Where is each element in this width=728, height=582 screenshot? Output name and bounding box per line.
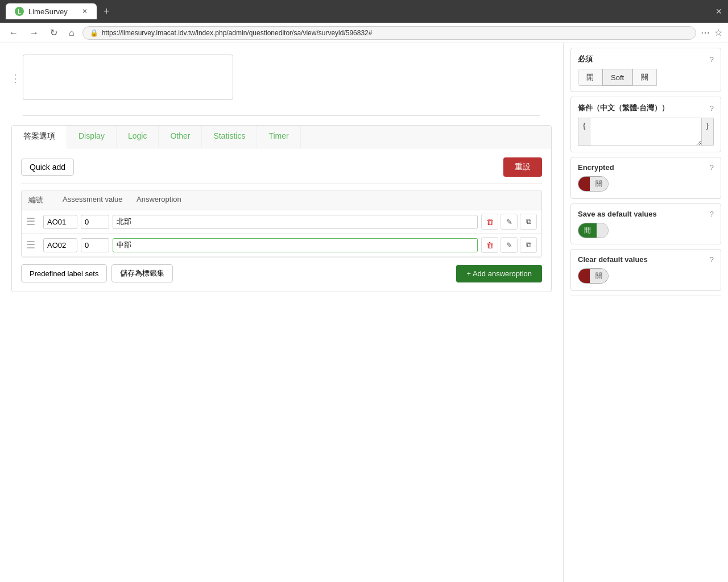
tab-display[interactable]: Display <box>67 126 117 148</box>
reset-button[interactable]: 重設 <box>503 157 542 177</box>
home-button[interactable]: ⌂ <box>65 27 78 39</box>
bottom-row: Predefined label sets 儲存為標籤集 + Add answe… <box>21 264 542 282</box>
url-text: https://limesurvey.imacat.idv.tw/index.p… <box>102 29 373 37</box>
condition-input[interactable] <box>590 118 701 146</box>
encrypted-toggle-on[interactable] <box>578 177 590 191</box>
close-browser-button[interactable]: ✕ <box>715 7 722 16</box>
table-row: ☰ 🗑 ✎ ⧉ <box>22 210 541 234</box>
action-row: Quick add 重設 <box>21 157 542 177</box>
quick-add-button[interactable]: Quick add <box>21 159 74 176</box>
drag-handle[interactable]: ⋮ <box>10 72 20 85</box>
required-toggle-on[interactable]: 開 <box>578 69 602 86</box>
add-answer-button[interactable]: + Add answeroption <box>456 265 542 282</box>
editor-section: ⋮ <box>0 43 563 113</box>
back-button[interactable]: ← <box>6 27 22 39</box>
condition-header: 條件（中文（繁體-台灣）） ? <box>578 103 714 113</box>
clear-default-toggle-off[interactable]: 關 <box>590 269 608 283</box>
required-label: 必須 <box>578 54 593 64</box>
encrypted-help-icon[interactable]: ? <box>710 163 714 172</box>
clear-default-toggle-on[interactable] <box>578 269 590 283</box>
save-default-section: Save as default values ? 開 <box>570 203 721 244</box>
required-toggle-group: 開 Soft 關 <box>578 69 714 86</box>
forward-button[interactable]: → <box>26 27 42 39</box>
answer-table: 編號 Assessment value Answeroption ☰ 🗑 ✎ <box>21 190 542 257</box>
row-drag-handle-2[interactable]: ☰ <box>26 239 40 251</box>
clear-default-toggle[interactable]: 關 <box>578 268 609 284</box>
panel-separator <box>570 296 721 296</box>
new-tab-button[interactable]: + <box>104 6 110 18</box>
encrypted-label: Encrypted <box>578 163 614 172</box>
url-bar[interactable]: 🔒 https://limesurvey.imacat.idv.tw/index… <box>82 26 696 40</box>
row-answer-input-2[interactable] <box>113 238 478 252</box>
browser-chrome: L LimeSurvey ✕ + ✕ <box>0 0 728 23</box>
save-default-label: Save as default values <box>578 210 657 218</box>
save-default-toggle[interactable]: 開 <box>578 223 609 238</box>
row-val-input-1[interactable] <box>81 215 109 229</box>
condition-suffix: } <box>702 118 714 146</box>
encrypted-section: Encrypted ? 關 <box>570 157 721 199</box>
required-toggle-off[interactable]: 關 <box>632 69 657 86</box>
required-toggle-soft[interactable]: Soft <box>602 69 632 86</box>
bookmark-icon[interactable]: ☆ <box>714 27 722 38</box>
page-content: ⋮ 答案選項 Display Logic Other Statistics <box>0 43 728 582</box>
encrypted-toggle[interactable]: 關 <box>578 176 609 192</box>
browser-actions: ⋯ ☆ <box>701 27 722 38</box>
required-help-icon[interactable]: ? <box>710 55 714 64</box>
clear-default-header: Clear default values ? <box>578 255 714 264</box>
tab-content: Quick add 重設 編號 Assessment value Answero… <box>12 148 551 292</box>
row-actions-2: 🗑 ✎ ⧉ <box>481 237 537 253</box>
tab-logic[interactable]: Logic <box>117 126 159 148</box>
table-header: 編號 Assessment value Answeroption <box>22 190 541 210</box>
refresh-button[interactable]: ↻ <box>47 26 61 39</box>
condition-help-icon[interactable]: ? <box>710 104 714 113</box>
browser-tab[interactable]: L LimeSurvey ✕ <box>6 3 97 19</box>
row-id-input-2[interactable] <box>43 238 77 252</box>
required-section: 必須 ? 開 Soft 關 <box>570 48 721 92</box>
save-default-help-icon[interactable]: ? <box>710 210 714 218</box>
required-header: 必須 ? <box>578 54 714 64</box>
predefined-labels-button[interactable]: Predefined label sets <box>21 264 107 282</box>
clear-default-section: Clear default values ? 關 <box>570 249 721 291</box>
row-id-input-1[interactable] <box>43 215 77 229</box>
tab-timer[interactable]: Timer <box>257 126 300 148</box>
address-bar: ← → ↻ ⌂ 🔒 https://limesurvey.imacat.idv.… <box>0 23 728 43</box>
row-val-input-2[interactable] <box>81 238 109 252</box>
condition-prefix: { <box>578 118 590 146</box>
tab-close-button[interactable]: ✕ <box>82 7 88 15</box>
row-delete-button-2[interactable]: 🗑 <box>481 237 498 253</box>
row-edit-button-1[interactable]: ✎ <box>500 214 518 230</box>
tab-title: LimeSurvey <box>28 7 68 16</box>
text-editor[interactable] <box>23 55 233 100</box>
condition-input-row: { } <box>578 118 714 146</box>
row-answer-input-1[interactable] <box>113 215 478 229</box>
clear-default-help-icon[interactable]: ? <box>710 255 714 264</box>
main-area: ⋮ 答案選項 Display Logic Other Statistics <box>0 43 563 582</box>
tab-favicon: L <box>15 7 24 16</box>
row-delete-button-1[interactable]: 🗑 <box>481 214 498 230</box>
tabs-header: 答案選項 Display Logic Other Statistics Time… <box>12 126 551 148</box>
row-drag-handle-1[interactable]: ☰ <box>26 215 40 228</box>
tab-answer-options[interactable]: 答案選項 <box>12 126 67 148</box>
save-label-set-button[interactable]: 儲存為標籤集 <box>111 264 173 282</box>
table-row: ☰ 🗑 ✎ ⧉ <box>22 234 541 257</box>
clear-default-label: Clear default values <box>578 255 648 264</box>
save-default-toggle-off[interactable] <box>597 223 608 238</box>
save-default-toggle-on[interactable]: 開 <box>578 223 597 238</box>
tab-statistics[interactable]: Statistics <box>202 126 257 148</box>
row-copy-button-2[interactable]: ⧉ <box>520 237 537 253</box>
encrypted-toggle-off[interactable]: 關 <box>590 177 608 191</box>
condition-section: 條件（中文（繁體-台灣）） ? { } <box>570 97 721 152</box>
row-copy-button-1[interactable]: ⧉ <box>520 214 537 230</box>
row-actions-1: 🗑 ✎ ⧉ <box>481 214 537 230</box>
col-header-assess: Assessment value <box>63 195 136 205</box>
encrypted-header: Encrypted ? <box>578 163 714 172</box>
col-header-answer: Answeroption <box>136 195 535 205</box>
condition-label: 條件（中文（繁體-台灣）） <box>578 103 669 113</box>
tabs-container: 答案選項 Display Logic Other Statistics Time… <box>11 125 552 292</box>
col-header-num: 編號 <box>28 195 63 205</box>
tab-other[interactable]: Other <box>159 126 202 148</box>
menu-dots[interactable]: ⋯ <box>701 27 710 38</box>
right-panel: 必須 ? 開 Soft 關 條件（中文（繁體-台灣）） ? <box>563 43 728 582</box>
save-default-header: Save as default values ? <box>578 210 714 218</box>
row-edit-button-2[interactable]: ✎ <box>500 237 518 253</box>
